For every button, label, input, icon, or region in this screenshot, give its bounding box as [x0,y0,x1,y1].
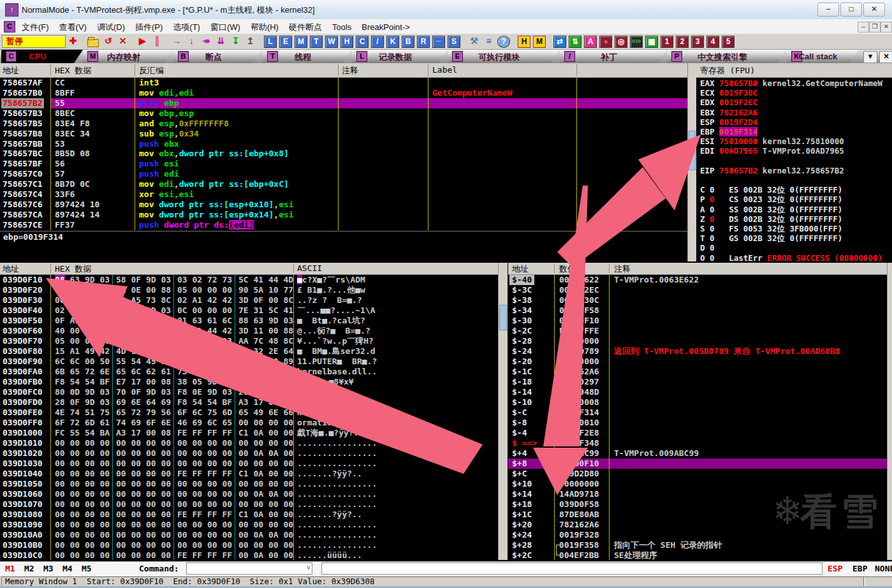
disasm-row[interactable]: 758657B255push ebp [0,98,687,108]
stack-row[interactable]: $-1000000008 [508,397,887,408]
plugin-3-button[interactable]: 3 [691,36,704,48]
stack-row[interactable]: $-1800000297 [508,377,887,387]
stack-row[interactable]: $+C039D2D80 [508,469,887,479]
tab-线程[interactable]: T线程 [263,50,352,63]
close-button[interactable]: ✕ [863,3,885,17]
pause-button[interactable]: ║ [150,35,164,48]
mdi-close-button[interactable]: ✕ [881,22,892,33]
dump-row[interactable]: 039D0FA06B 65 72 6E65 6C 62 6173 65 2E 6… [0,367,498,377]
hardware-breakpoint-button[interactable]: H [518,36,530,48]
tab-记录数据[interactable]: L记录数据 [352,50,448,63]
stack-row[interactable]: $-34039D0F58 [508,305,887,316]
mdi-restore-button[interactable]: ❐ [869,22,881,33]
register-row[interactable]: D 0 [700,243,892,253]
dump-row[interactable]: 039D0FE04E 74 51 7565 72 79 566F 6C 75 6… [0,408,498,418]
none-indicator[interactable]: NONE [875,564,892,573]
disasm-row[interactable]: 758657BF56push esi [0,159,687,169]
dump-row[interactable]: 039D0F1008 63 9D 0358 0F 9D 0303 02 72 7… [0,275,498,285]
command-secondary-box[interactable] [321,562,823,575]
callstack-window-button[interactable]: K [386,36,399,48]
stack-row[interactable]: $+4009ABC99T-VMProt.009ABC99 [508,448,887,459]
maximize-button[interactable]: □ [840,3,862,17]
disasm-row[interactable]: 758657B38BECmov ebp,esp [0,108,687,119]
crosshair-button[interactable]: ✚ [66,35,80,48]
tab-内存映射[interactable]: M内存映射 [83,50,173,63]
stack-row[interactable]: $-2CFFFFFFFE [508,326,887,336]
cpu-window-button[interactable]: C [356,36,369,48]
dump-row[interactable]: 039D106000 00 00 0000 00 00 0000 00 00 0… [0,489,498,499]
mdi-child-icon[interactable]: C [4,21,15,33]
tab-断点[interactable]: B断点 [173,50,263,63]
plugin-4-button[interactable]: 4 [706,36,719,48]
stack-row[interactable]: $-1C782162A6 [508,367,887,377]
memory-window-m4[interactable]: M4 [62,564,73,573]
dump-scrollbar[interactable] [498,263,508,560]
register-row[interactable]: EDI 00AD7965 T-VMProt.00AD7965 [700,146,892,156]
dump-row[interactable]: 039D10B000 00 00 0000 00 00 0000 00 00 0… [0,540,498,550]
plugin-2-button[interactable]: 2 [676,36,689,48]
stack-row[interactable]: $-3C0019F2EC [508,285,887,295]
dump-row[interactable]: 039D0FF06F 72 6D 6174 69 6F 6E46 69 6C 6… [0,418,498,428]
dump-row[interactable]: 039D105000 00 00 0000 00 00 0000 00 00 0… [0,479,498,489]
memory-window-m1[interactable]: M1 [5,564,15,573]
debug-options-wrench-button[interactable]: ⚒ [467,35,481,48]
register-row[interactable]: A 0 SS 002B 32位 0(FFFFFFFF) [700,205,892,214]
disasm-row[interactable]: 758657CEFF37push dword ptr ds:[edi] [0,220,687,230]
threads-window-button[interactable]: T [310,36,323,48]
stack-row[interactable]: $-14640A948D [508,387,887,397]
menu-item-6[interactable]: 帮助(H) [245,19,284,33]
swap-button[interactable]: ⇄ [553,36,566,48]
dump-row[interactable]: 039D102000 00 00 0000 00 00 0000 00 00 0… [0,448,498,459]
register-row[interactable] [700,175,892,185]
dump-row[interactable]: 039D0F6040 00 00 00D0 00 00 0000 A1 44 4… [0,326,498,336]
dump-row[interactable]: 039D0F906C 6C 00 5055 54 45 5216 A1 4E 0… [0,356,498,367]
menu-item-2[interactable]: 调试(D) [92,19,130,33]
tab-补丁[interactable]: /补丁 [560,50,667,63]
trace-over-button[interactable]: ⇊ [214,35,228,48]
dump-row[interactable]: 039D0F8015 A1 49 424D 12 00 8D75 00 00 0… [0,346,498,356]
dump-scrollbar-thumb[interactable] [499,305,507,330]
plugin-5-button[interactable]: 5 [722,36,735,48]
menu-item-7[interactable]: 硬件断点 [284,19,327,33]
dump-row[interactable]: 039D0FC080 0D 9D 0370 0F 9D 03F8 0E 9D 0… [0,387,498,397]
dump-row[interactable]: 039D109000 00 00 0000 00 00 0000 00 00 0… [0,520,498,530]
appearance-button[interactable]: ≡ [482,35,495,48]
menu-item-0[interactable]: 文件(F) [17,19,54,33]
dump-row[interactable]: 039D0FD028 0F 9D 0369 6E 64 69F8 54 54 B… [0,397,498,408]
menu-item-1[interactable]: 查看(V) [54,19,92,33]
disasm-row[interactable]: 758657B583E4 F8and esp,0xFFFFFFF8 [0,119,687,129]
tab-可执行模块[interactable]: E可执行模块 [448,50,560,63]
menu-item-3[interactable]: 插件(P) [130,19,168,33]
tab-close-button[interactable]: ✕ [879,51,892,63]
memory-window-m5[interactable]: M5 [82,564,92,573]
disasm-row[interactable]: 758657C6897424 10mov dword ptr ss:[esp+0… [0,200,687,210]
source-window-button[interactable]: S [448,36,460,48]
dump-row[interactable]: 039D10A000 00 00 0000 00 00 0000 00 00 0… [0,530,498,540]
menu-item-4[interactable]: 选项(T) [168,19,205,33]
menu-item-8[interactable]: Tools [327,20,356,32]
register-row[interactable] [700,156,892,166]
tab-cpu[interactable]: CCPU [1,50,83,63]
restart-button[interactable]: ↺ [101,35,115,48]
disasm-row[interactable]: 758657B08BFFmov edi,ediGetComputerNameW [0,88,687,98]
executables-window-button[interactable]: E [279,36,292,48]
disassembly-scrollbar[interactable] [687,63,696,261]
disasm-row[interactable]: 758657BB53push ebx [0,139,687,149]
disasm-row[interactable]: 758657BC8B5D 08mov ebx,dword ptr ss:[ebp… [0,149,687,159]
command-input[interactable]: ∨ [186,562,312,575]
trace-into-button[interactable]: ↠ [200,35,213,48]
stack-scrollbar[interactable] [887,263,892,560]
combo-dropdown-icon[interactable]: ∨ [307,564,311,571]
dump-row[interactable]: 039D10C000 00 00 0000 00 00 00FE FF FF F… [0,550,498,560]
dump-row[interactable]: 039D108000 00 00 0000 00 00 00FE FF FF F… [0,510,498,520]
open-file-button[interactable] [87,39,99,47]
menu-item-5[interactable]: 窗口(W) [205,19,245,33]
disasm-row[interactable]: 758657AFCCint3 [0,78,687,88]
dump-row[interactable]: 039D0FB0F8 54 54 BFE7 17 00 0838 05 9D 0… [0,377,498,387]
run-button[interactable]: ▶ [136,35,149,48]
tab-call-stack[interactable]: KCall stack [787,50,858,63]
target-button[interactable]: ◎ [615,36,627,48]
dump-row[interactable]: 039D101000 00 00 0000 00 00 0000 00 00 0… [0,438,498,448]
ebp-indicator[interactable]: EBP [852,564,867,573]
stack-row[interactable]: $-C0019F314 [508,408,887,418]
